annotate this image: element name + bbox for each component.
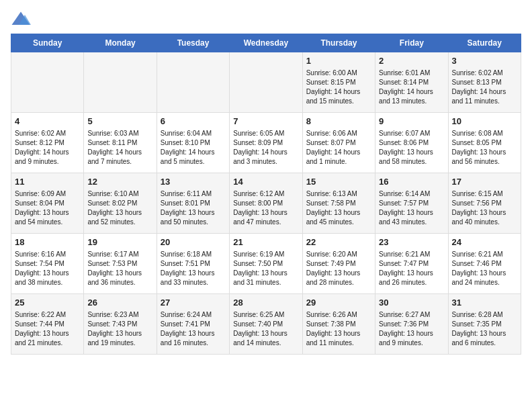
calendar-cell: 8Sunrise: 6:06 AMSunset: 8:07 PMDaylight… <box>302 113 375 173</box>
day-info-line: Sunset: 7:58 PM <box>306 199 371 208</box>
day-number: 28 <box>233 297 298 309</box>
day-number: 3 <box>452 55 517 67</box>
day-info-line: and 7 minutes. <box>87 157 152 167</box>
day-info-line: Sunset: 8:06 PM <box>379 138 444 148</box>
calendar-cell <box>157 52 229 113</box>
day-info-line: Daylight: 13 hours <box>306 329 371 338</box>
day-number: 15 <box>306 176 371 188</box>
day-info-line: and 11 minutes. <box>306 338 371 348</box>
day-info-line: Sunrise: 6:15 AM <box>452 189 517 199</box>
calendar-cell <box>230 52 302 113</box>
day-info-line: and 6 minutes. <box>452 338 517 348</box>
day-info-line: Daylight: 13 hours <box>379 329 444 338</box>
day-info-line: Sunrise: 6:19 AM <box>233 250 298 259</box>
day-info-line: and 9 minutes. <box>15 157 80 167</box>
day-info-line: Daylight: 13 hours <box>452 148 517 157</box>
calendar-cell: 19Sunrise: 6:17 AMSunset: 7:53 PMDayligh… <box>84 234 157 294</box>
day-info-line: Sunset: 7:56 PM <box>452 199 517 208</box>
day-info-line: Sunrise: 6:12 AM <box>233 189 298 199</box>
header-row: SundayMondayTuesdayWednesdayThursdayFrid… <box>11 34 521 52</box>
day-info-line: Sunrise: 6:21 AM <box>379 250 444 259</box>
day-info-line: Sunrise: 6:03 AM <box>87 129 152 138</box>
day-info-line: Sunrise: 6:08 AM <box>452 129 517 138</box>
day-number: 7 <box>233 116 298 128</box>
day-info-line: Sunset: 8:02 PM <box>87 199 152 208</box>
day-info-line: Daylight: 13 hours <box>379 269 444 278</box>
day-number: 22 <box>306 236 371 248</box>
day-info-line: Sunrise: 6:22 AM <box>15 310 80 320</box>
day-info-line: Sunset: 7:38 PM <box>306 320 371 329</box>
day-number: 11 <box>15 176 80 188</box>
day-info-line: Daylight: 14 hours <box>379 87 444 97</box>
day-number: 19 <box>87 236 152 248</box>
calendar-cell: 5Sunrise: 6:03 AMSunset: 8:11 PMDaylight… <box>84 113 157 173</box>
day-info-line: and 50 minutes. <box>161 218 226 227</box>
day-info-line: and 52 minutes. <box>87 218 152 227</box>
calendar-cell: 9Sunrise: 6:07 AMSunset: 8:06 PMDaylight… <box>375 113 448 173</box>
calendar-cell: 22Sunrise: 6:20 AMSunset: 7:49 PMDayligh… <box>302 234 375 294</box>
day-info-line: Sunrise: 6:28 AM <box>452 310 517 320</box>
calendar-cell <box>84 52 157 113</box>
day-number: 26 <box>87 297 152 309</box>
day-info-line: Daylight: 13 hours <box>15 208 80 218</box>
day-info-line: Sunrise: 6:07 AM <box>379 129 444 138</box>
calendar-cell: 10Sunrise: 6:08 AMSunset: 8:05 PMDayligh… <box>448 113 521 173</box>
day-number: 16 <box>379 176 444 188</box>
weekday-header: Monday <box>84 34 157 52</box>
calendar-cell: 25Sunrise: 6:22 AMSunset: 7:44 PMDayligh… <box>11 294 84 355</box>
day-info-line: Daylight: 13 hours <box>15 269 80 278</box>
day-info-line: and 5 minutes. <box>161 157 226 167</box>
day-info-line: Sunrise: 6:00 AM <box>306 68 371 78</box>
page-header <box>11 11 521 27</box>
calendar-cell: 16Sunrise: 6:14 AMSunset: 7:57 PMDayligh… <box>375 173 448 234</box>
calendar-week-row: 11Sunrise: 6:09 AMSunset: 8:04 PMDayligh… <box>11 173 521 234</box>
calendar-cell: 26Sunrise: 6:23 AMSunset: 7:43 PMDayligh… <box>84 294 157 355</box>
day-info-line: Sunrise: 6:14 AM <box>379 189 444 199</box>
day-info-line: Sunrise: 6:06 AM <box>306 129 371 138</box>
day-number: 18 <box>15 236 80 248</box>
calendar-header: SundayMondayTuesdayWednesdayThursdayFrid… <box>11 34 521 52</box>
day-number: 14 <box>233 176 298 188</box>
weekday-header: Saturday <box>448 34 521 52</box>
day-info-line: and 58 minutes. <box>379 157 444 167</box>
day-number: 13 <box>161 176 226 188</box>
day-info-line: Daylight: 13 hours <box>15 329 80 338</box>
day-info-line: Daylight: 13 hours <box>452 329 517 338</box>
day-number: 27 <box>161 297 226 309</box>
day-info-line: Sunrise: 6:24 AM <box>161 310 226 320</box>
calendar-cell: 1Sunrise: 6:00 AMSunset: 8:15 PMDaylight… <box>302 52 375 113</box>
day-info-line: Daylight: 13 hours <box>306 269 371 278</box>
day-info-line: Sunset: 8:04 PM <box>15 199 80 208</box>
day-info-line: and 43 minutes. <box>379 218 444 227</box>
day-info-line: Sunrise: 6:01 AM <box>379 68 444 78</box>
day-info-line: Sunrise: 6:16 AM <box>15 250 80 259</box>
calendar-cell: 11Sunrise: 6:09 AMSunset: 8:04 PMDayligh… <box>11 173 84 234</box>
day-info-line: Sunset: 8:10 PM <box>161 138 226 148</box>
calendar-cell: 28Sunrise: 6:25 AMSunset: 7:40 PMDayligh… <box>230 294 302 355</box>
calendar-cell: 4Sunrise: 6:02 AMSunset: 8:12 PMDaylight… <box>11 113 84 173</box>
day-info-line: Sunrise: 6:13 AM <box>306 189 371 199</box>
day-info-line: Sunset: 7:57 PM <box>379 199 444 208</box>
calendar-cell: 30Sunrise: 6:27 AMSunset: 7:36 PMDayligh… <box>375 294 448 355</box>
calendar-cell: 3Sunrise: 6:02 AMSunset: 8:13 PMDaylight… <box>448 52 521 113</box>
day-info-line: Sunset: 7:46 PM <box>452 259 517 269</box>
day-info-line: Sunset: 8:09 PM <box>233 138 298 148</box>
calendar-body: 1Sunrise: 6:00 AMSunset: 8:15 PMDaylight… <box>11 52 521 355</box>
day-info-line: and 15 minutes. <box>306 97 371 106</box>
calendar-week-row: 1Sunrise: 6:00 AMSunset: 8:15 PMDaylight… <box>11 52 521 113</box>
day-info-line: Daylight: 13 hours <box>87 208 152 218</box>
day-number: 23 <box>379 236 444 248</box>
day-info-line: Sunrise: 6:04 AM <box>161 129 226 138</box>
day-info-line: Sunrise: 6:17 AM <box>87 250 152 259</box>
day-info-line: and 16 minutes. <box>161 338 226 348</box>
day-info-line: Sunrise: 6:05 AM <box>233 129 298 138</box>
day-info-line: Daylight: 14 hours <box>233 148 298 157</box>
day-info-line: Daylight: 13 hours <box>306 208 371 218</box>
day-info-line: Sunset: 7:36 PM <box>379 320 444 329</box>
day-info-line: and 26 minutes. <box>379 278 444 287</box>
day-info-line: Sunrise: 6:23 AM <box>87 310 152 320</box>
calendar-cell: 14Sunrise: 6:12 AMSunset: 8:00 PMDayligh… <box>230 173 302 234</box>
logo-icon <box>11 11 31 27</box>
day-info-line: Daylight: 13 hours <box>379 208 444 218</box>
calendar-week-row: 18Sunrise: 6:16 AMSunset: 7:54 PMDayligh… <box>11 234 521 294</box>
